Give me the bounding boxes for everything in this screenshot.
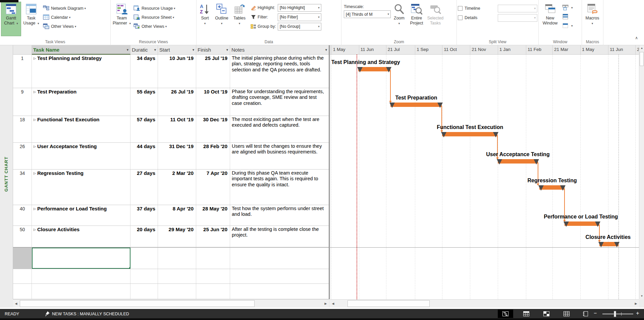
table-row[interactable]: 18▷Functional Test Execution57 days11 Oc… — [13, 116, 329, 143]
gantt-hscrollbar[interactable]: ◀ ▶ — [330, 299, 639, 308]
empty-cell[interactable] — [158, 248, 196, 269]
table-hscrollbar[interactable]: ◀ ▶ — [13, 299, 329, 308]
finish-cell[interactable]: 25 Jul '19 — [196, 55, 230, 88]
start-cell[interactable]: 29 May '20 — [158, 226, 196, 247]
details-checkbox[interactable] — [458, 15, 463, 20]
scroll-left-icon[interactable]: ◀ — [330, 300, 336, 308]
selection-fill-handle[interactable] — [129, 267, 130, 269]
hide-window-button[interactable]: ▾ — [560, 21, 575, 30]
team-planner-view-button[interactable] — [539, 310, 554, 318]
notes-cell[interactable]: During this phase QA team execute import… — [230, 170, 329, 205]
empty-cell[interactable] — [32, 284, 130, 299]
row-number-cell[interactable]: 18 — [13, 116, 32, 142]
table-row[interactable]: 26▷User Acceptance Testing44 days31 Dec … — [13, 143, 329, 170]
timeline-checkbox[interactable] — [458, 6, 463, 11]
empty-cell[interactable] — [196, 248, 230, 269]
empty-cell[interactable] — [196, 284, 230, 299]
highlight-dropdown[interactable]: [No Highlight] — [278, 4, 321, 12]
expand-arrow-icon[interactable]: ▷ — [34, 145, 36, 148]
split-button[interactable] — [560, 12, 575, 21]
finish-cell[interactable]: 28 Feb '20 — [196, 143, 230, 169]
report-view-button[interactable] — [578, 310, 593, 318]
sort-button[interactable]: AZ Sort▾ — [198, 2, 212, 36]
summary-task-bar[interactable] — [498, 159, 538, 164]
summary-task-bar[interactable] — [539, 185, 565, 190]
scroll-up-icon[interactable]: ▲ — [639, 45, 644, 51]
filter-arrow-icon[interactable]: ▼ — [192, 48, 195, 52]
empty-cell[interactable] — [130, 269, 158, 283]
finish-cell[interactable]: 30 Dec '19 — [196, 116, 230, 142]
network-diagram-button[interactable]: Network Diagram▾ — [41, 4, 88, 13]
tables-button[interactable]: Tables▾ — [231, 2, 248, 36]
resource-usage-button[interactable]: Resource Usage▾ — [132, 4, 177, 13]
duration-cell[interactable]: 27 days — [130, 170, 158, 205]
empty-cell[interactable] — [13, 269, 32, 283]
expand-arrow-icon[interactable]: ▷ — [34, 172, 36, 175]
row-number-cell[interactable]: 40 — [13, 205, 32, 226]
task-name-cell[interactable]: ▷Test Preparation — [32, 88, 130, 116]
finish-cell[interactable]: 25 Jun '20 — [196, 226, 230, 247]
start-cell[interactable]: 10 Jun '19 — [158, 55, 196, 88]
collapse-ribbon-icon[interactable]: ∧ — [635, 36, 638, 40]
macros-button[interactable]: Macros▾ — [583, 2, 602, 36]
column-header-duration[interactable]: Duratic▼ — [130, 45, 158, 55]
table-row[interactable]: 40▷Performance or Load Testing37 days8 A… — [13, 205, 329, 226]
gantt-view-button[interactable] — [498, 310, 513, 318]
column-header-start[interactable]: Start▼ — [158, 45, 196, 55]
other-views-button[interactable]: Other Views▾ — [41, 22, 88, 31]
empty-cell[interactable] — [32, 269, 130, 283]
row-number-cell[interactable]: 26 — [13, 143, 32, 169]
selected-empty-cell[interactable] — [32, 248, 130, 269]
duration-cell[interactable]: 20 days — [130, 226, 158, 247]
calendar-button[interactable]: Calendar▾ — [41, 13, 88, 22]
timescale-header[interactable]: 1 May11 Jun21 Jul1 Sep11 Oct21 Nov1 Jan1… — [330, 45, 639, 55]
gantt-hscroll-thumb[interactable] — [347, 300, 430, 307]
empty-cell[interactable] — [158, 284, 196, 299]
new-tasks-mode[interactable]: NEW TASKS : MANUALLY SCHEDULED — [45, 311, 129, 316]
row-number-cell[interactable]: 34 — [13, 170, 32, 205]
duration-cell[interactable]: 34 days — [130, 55, 158, 88]
empty-cell[interactable] — [158, 269, 196, 283]
scroll-right-icon[interactable]: ▶ — [633, 300, 639, 308]
team-planner-button[interactable]: TeamPlanner ▾ — [112, 2, 132, 36]
vertical-scroll-thumb[interactable] — [640, 52, 644, 66]
task-name-cell[interactable]: ▷Closure Activities — [32, 226, 130, 247]
ready-status[interactable]: READY — [5, 312, 19, 316]
summary-task-bar[interactable] — [442, 132, 497, 136]
duration-cell[interactable]: 55 days — [130, 88, 158, 116]
summary-task-bar[interactable] — [599, 242, 619, 246]
filter-dropdown[interactable]: [No Filter] — [278, 13, 321, 21]
expand-arrow-icon[interactable]: ▷ — [34, 228, 36, 231]
notes-cell[interactable]: Phase for understanding the requirements… — [230, 88, 329, 116]
scroll-left-icon[interactable]: ◀ — [13, 300, 19, 308]
expand-arrow-icon[interactable]: ▷ — [34, 207, 36, 210]
filter-arrow-icon[interactable]: ▼ — [325, 48, 328, 52]
empty-cell[interactable] — [196, 269, 230, 283]
task-name-cell[interactable]: ▷User Acceptance Testing — [32, 143, 130, 169]
start-cell[interactable]: 31 Dec '19 — [158, 143, 196, 169]
resource-sheet-view-button[interactable] — [559, 310, 574, 318]
scroll-down-icon[interactable]: ▼ — [639, 293, 644, 299]
scroll-right-icon[interactable]: ▶ — [323, 300, 329, 308]
resource-sheet-button[interactable]: Resource Sheet▾ — [132, 13, 177, 22]
summary-task-bar[interactable] — [565, 221, 599, 226]
finish-cell[interactable]: 7 Apr '20 — [196, 170, 230, 205]
notes-cell[interactable]: The most exiciting part when the test ar… — [230, 116, 329, 142]
notes-cell[interactable]: The initial planning phase during which … — [230, 55, 329, 88]
summary-task-bar[interactable] — [390, 103, 442, 107]
zoom-slider-thumb[interactable] — [614, 311, 616, 317]
table-row[interactable]: 9▷Test Preparation55 days26 Jul '1910 Oc… — [13, 88, 329, 116]
new-window-button[interactable]: NewWindow — [540, 2, 560, 36]
start-cell[interactable]: 11 Oct '19 — [158, 116, 196, 142]
select-all-corner[interactable] — [13, 45, 32, 55]
row-number-cell[interactable]: 9 — [13, 88, 32, 116]
task-name-cell[interactable]: ▷Functional Test Execution — [32, 116, 130, 142]
task-usage-button[interactable]: TaskUsage ▾ — [21, 2, 41, 36]
group-by-dropdown[interactable]: [No Group] — [278, 23, 321, 30]
task-name-cell[interactable]: ▷Regression Testing — [32, 170, 130, 205]
empty-cell[interactable] — [230, 284, 329, 299]
expand-arrow-icon[interactable]: ▷ — [34, 90, 36, 93]
column-header-task-name[interactable]: Task Name▼ — [32, 45, 130, 55]
summary-task-bar[interactable] — [358, 67, 390, 71]
column-header-finish[interactable]: Finish▼ — [196, 45, 230, 55]
